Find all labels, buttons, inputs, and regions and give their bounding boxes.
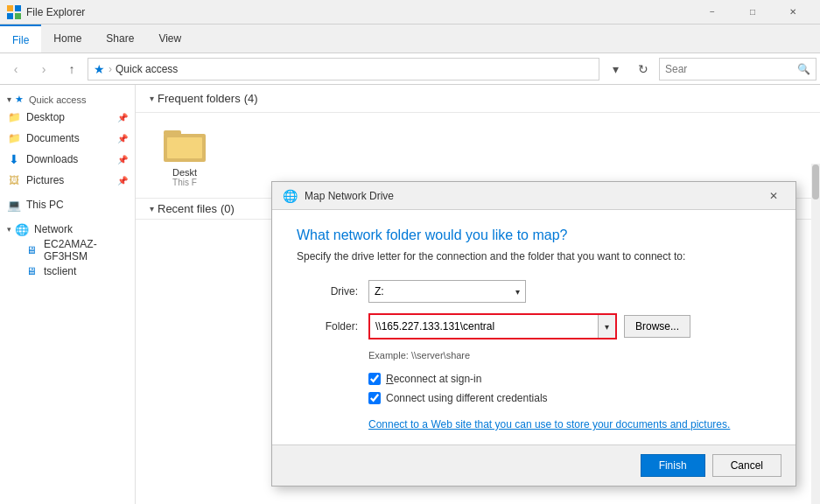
different-creds-checkbox[interactable] bbox=[368, 392, 381, 404]
title-bar: File Explorer − □ ✕ bbox=[0, 0, 820, 24]
dialog-titlebar: 🌐 Map Network Drive ✕ bbox=[272, 182, 795, 210]
refresh-button[interactable]: ↻ bbox=[631, 57, 655, 81]
sidebar-item-downloads[interactable]: ⬇ Downloads 📌 bbox=[0, 149, 135, 170]
drive-label: Drive: bbox=[297, 285, 358, 298]
browse-button[interactable]: Browse... bbox=[624, 315, 690, 338]
folder-icon: 📁 bbox=[7, 131, 21, 145]
server-icon: 🖥 bbox=[25, 243, 39, 257]
pin-icon: 📌 bbox=[117, 155, 128, 164]
folder-input-wrapper: ▾ bbox=[368, 313, 617, 340]
address-bar: ‹ › ↑ ★ › Quick access ▾ ↻ 🔍 bbox=[0, 53, 820, 85]
dialog-title: Map Network Drive bbox=[305, 190, 762, 202]
title-bar-controls: − □ ✕ bbox=[692, 0, 813, 24]
dialog-overlay: 🌐 Map Network Drive ✕ What network folde… bbox=[136, 85, 820, 504]
folder-dropdown-arrow[interactable]: ▾ bbox=[598, 315, 615, 338]
pin-icon: 📌 bbox=[117, 134, 128, 144]
tab-view[interactable]: View bbox=[146, 24, 193, 52]
reconnect-checkbox[interactable] bbox=[368, 373, 381, 385]
svg-rect-3 bbox=[15, 13, 21, 19]
folder-input[interactable] bbox=[370, 315, 615, 338]
up-button[interactable]: ↑ bbox=[60, 57, 84, 81]
breadcrumb-label: Quick access bbox=[116, 63, 178, 75]
quick-access-icon: ★ bbox=[94, 62, 105, 76]
search-icon: 🔍 bbox=[797, 63, 810, 75]
sidebar-documents-label: Documents bbox=[26, 132, 80, 144]
sidebar-item-thispc[interactable]: 💻 This PC bbox=[0, 194, 135, 215]
content-area: ▾ Frequent folders (4) Deskt This F bbox=[136, 85, 820, 504]
quick-access-star-icon: ★ bbox=[15, 94, 24, 105]
tab-file[interactable]: File bbox=[0, 24, 41, 52]
reconnect-underline: R bbox=[386, 373, 394, 385]
svg-rect-1 bbox=[15, 5, 21, 11]
drive-select[interactable]: Z: ▾ bbox=[368, 280, 526, 303]
network-drive-icon: 🌐 bbox=[283, 189, 298, 203]
computer-icon: 💻 bbox=[7, 198, 21, 212]
forward-button[interactable]: › bbox=[32, 57, 56, 81]
scrollbar-thumb bbox=[812, 164, 819, 200]
breadcrumb-bar[interactable]: ★ › Quick access bbox=[88, 58, 599, 80]
download-icon: ⬇ bbox=[7, 152, 21, 166]
folder-icon: 📁 bbox=[7, 110, 21, 124]
folder-icon: 🖼 bbox=[7, 173, 21, 187]
chevron-down-icon: ▾ bbox=[7, 94, 11, 104]
reconnect-label-text: econnect at sign-in bbox=[394, 373, 482, 385]
quick-access-header[interactable]: ▾ ★ Quick access bbox=[0, 88, 135, 107]
scrollbar-track[interactable] bbox=[811, 164, 820, 504]
drive-value: Z: bbox=[375, 285, 384, 298]
sidebar-item-documents[interactable]: 📁 Documents 📌 bbox=[0, 128, 135, 149]
app-icon bbox=[7, 5, 21, 19]
example-text: Example: \\server\share bbox=[368, 350, 771, 360]
dialog-subtext: Specify the drive letter for the connect… bbox=[297, 250, 771, 262]
network-icon: 🌐 bbox=[15, 222, 29, 236]
sidebar-item-pictures[interactable]: 🖼 Pictures 📌 bbox=[0, 170, 135, 191]
back-button[interactable]: ‹ bbox=[4, 57, 28, 81]
map-network-drive-dialog: 🌐 Map Network Drive ✕ What network folde… bbox=[271, 181, 796, 486]
title-bar-title: File Explorer bbox=[26, 6, 687, 18]
sidebar-pictures-label: Pictures bbox=[26, 174, 64, 186]
ribbon: File Home Share View bbox=[0, 24, 820, 53]
pin-icon: 📌 bbox=[117, 113, 128, 122]
main-layout: ▾ ★ Quick access 📁 Desktop 📌 📁 Documents… bbox=[0, 85, 820, 504]
folder-input-row: ▾ Browse... bbox=[368, 313, 690, 340]
chevron-down-icon: ▾ bbox=[7, 225, 11, 234]
server-icon: 🖥 bbox=[25, 264, 39, 278]
web-link[interactable]: Connect to a Web site that you can use t… bbox=[368, 418, 771, 430]
reconnect-label[interactable]: Reconnect at sign-in bbox=[386, 373, 481, 385]
quick-access-label: Quick access bbox=[29, 94, 86, 105]
dialog-heading: What network folder would you like to ma… bbox=[297, 228, 771, 243]
reconnect-checkbox-row: Reconnect at sign-in bbox=[368, 373, 771, 385]
dialog-content: What network folder would you like to ma… bbox=[272, 210, 795, 444]
different-creds-checkbox-row: Connect using different credentials bbox=[368, 392, 771, 404]
sidebar-item-network[interactable]: ▾ 🌐 Network bbox=[0, 219, 135, 240]
cancel-button[interactable]: Cancel bbox=[712, 454, 781, 477]
maximize-button[interactable]: □ bbox=[732, 0, 773, 24]
sidebar-downloads-label: Downloads bbox=[26, 153, 78, 165]
ribbon-tabs: File Home Share View bbox=[0, 24, 820, 52]
sidebar-thispc-label: This PC bbox=[26, 199, 64, 211]
sidebar-tsclient-label: tsclient bbox=[44, 265, 76, 277]
close-button[interactable]: ✕ bbox=[773, 0, 813, 24]
chevron-down-icon: ▾ bbox=[515, 287, 520, 297]
search-input[interactable] bbox=[665, 63, 797, 75]
minimize-button[interactable]: − bbox=[692, 0, 732, 24]
svg-rect-0 bbox=[7, 5, 13, 11]
sidebar-item-desktop[interactable]: 📁 Desktop 📌 bbox=[0, 107, 135, 128]
tab-share[interactable]: Share bbox=[94, 24, 146, 52]
sidebar-item-tsclient[interactable]: 🖥 tsclient bbox=[0, 261, 135, 282]
sidebar-network-label: Network bbox=[34, 223, 73, 235]
sidebar-ec2-label: EC2AMAZ-GF3HSM bbox=[44, 238, 128, 262]
folder-label: Folder: bbox=[297, 320, 358, 332]
different-creds-label[interactable]: Connect using different credentials bbox=[386, 392, 548, 404]
svg-rect-2 bbox=[7, 13, 13, 19]
sidebar-item-ec2[interactable]: 🖥 EC2AMAZ-GF3HSM bbox=[0, 240, 135, 261]
pin-icon: 📌 bbox=[117, 176, 128, 186]
search-box: 🔍 bbox=[659, 58, 816, 80]
dialog-footer: Finish Cancel bbox=[272, 444, 795, 486]
tab-home[interactable]: Home bbox=[41, 24, 94, 52]
folder-row: Folder: ▾ Browse... bbox=[297, 313, 771, 340]
breadcrumb-separator: › bbox=[109, 63, 112, 75]
sidebar: ▾ ★ Quick access 📁 Desktop 📌 📁 Documents… bbox=[0, 85, 136, 504]
finish-button[interactable]: Finish bbox=[641, 454, 705, 477]
dropdown-arrow-button[interactable]: ▾ bbox=[603, 57, 627, 81]
dialog-close-button[interactable]: ✕ bbox=[762, 185, 785, 207]
